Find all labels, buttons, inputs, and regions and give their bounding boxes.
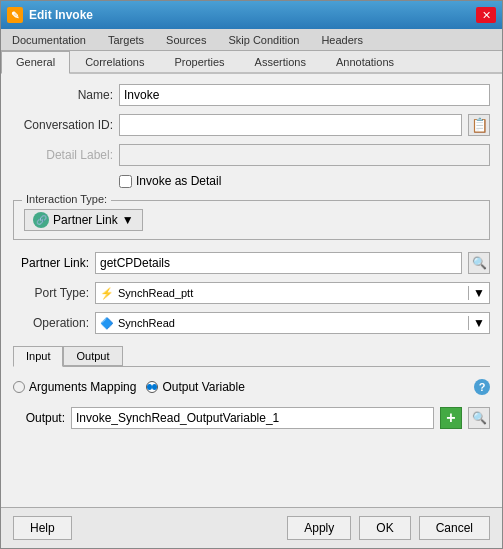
detail-label-label: Detail Label: <box>13 148 113 162</box>
ok-button[interactable]: OK <box>359 516 410 540</box>
help-button[interactable]: Help <box>13 516 72 540</box>
tab-annotations[interactable]: Annotations <box>321 51 409 72</box>
partner-link-label: Partner Link: <box>13 256 89 270</box>
port-type-value: SynchRead_ptt <box>118 287 464 299</box>
partner-link-dropdown-icon[interactable]: ▼ <box>122 213 134 227</box>
cancel-button[interactable]: Cancel <box>419 516 490 540</box>
radio-row: Arguments Mapping Output Variable ? <box>13 375 490 399</box>
port-type-arrow[interactable]: ▼ <box>468 286 485 300</box>
tab-assertions[interactable]: Assertions <box>240 51 321 72</box>
name-label: Name: <box>13 88 113 102</box>
tab-correlations[interactable]: Correlations <box>70 51 159 72</box>
conversation-browse-button[interactable]: 📋 <box>468 114 490 136</box>
invoke-as-detail-row: Invoke as Detail <box>13 174 490 188</box>
tab-headers[interactable]: Headers <box>310 29 374 50</box>
operation-field: 🔷 SynchRead ▼ <box>95 312 490 334</box>
title-icon: ✎ <box>7 7 23 23</box>
conversation-row: Conversation ID: 📋 <box>13 114 490 136</box>
input-output-tab-row: Input Output <box>13 346 490 367</box>
edit-invoke-window: ✎ Edit Invoke ✕ Documentation Targets So… <box>0 0 503 549</box>
operation-row: Operation: 🔷 SynchRead ▼ <box>13 312 490 334</box>
tab-targets[interactable]: Targets <box>97 29 155 50</box>
interaction-type-label: Interaction Type: <box>22 193 111 205</box>
tab-properties[interactable]: Properties <box>159 51 239 72</box>
radio-arguments-label: Arguments Mapping <box>29 380 136 394</box>
tab-skip-condition[interactable]: Skip Condition <box>217 29 310 50</box>
partner-link-search-button[interactable]: 🔍 <box>468 252 490 274</box>
tab-row-2: General Correlations Properties Assertio… <box>1 51 502 74</box>
operation-icon: 🔷 <box>100 317 114 330</box>
partner-link-btn-label: Partner Link <box>53 213 118 227</box>
tab-sources[interactable]: Sources <box>155 29 217 50</box>
partner-link-button[interactable]: 🔗 Partner Link ▼ <box>24 209 143 231</box>
port-type-row: Port Type: ⚡ SynchRead_ptt ▼ <box>13 282 490 304</box>
tab-row-1: Documentation Targets Sources Skip Condi… <box>1 29 502 51</box>
radio-output-variable[interactable]: Output Variable <box>146 380 245 394</box>
detail-label-input[interactable] <box>119 144 490 166</box>
conversation-label: Conversation ID: <box>13 118 113 132</box>
port-type-icon: ⚡ <box>100 287 114 300</box>
detail-label-row: Detail Label: <box>13 144 490 166</box>
port-type-field: ⚡ SynchRead_ptt ▼ <box>95 282 490 304</box>
output-row: Output: + 🔍 <box>13 407 490 429</box>
main-content: Name: Conversation ID: 📋 Detail Label: I… <box>1 74 502 507</box>
radio-arguments-mapping[interactable]: Arguments Mapping <box>13 380 136 394</box>
interaction-type-group: Interaction Type: 🔗 Partner Link ▼ <box>13 200 490 240</box>
add-output-button[interactable]: + <box>440 407 462 429</box>
partner-link-icon: 🔗 <box>33 212 49 228</box>
operation-label: Operation: <box>13 316 89 330</box>
radio-arguments-circle <box>13 381 25 393</box>
apply-button[interactable]: Apply <box>287 516 351 540</box>
output-label: Output: <box>13 411 65 425</box>
invoke-as-detail-label: Invoke as Detail <box>136 174 221 188</box>
conversation-input[interactable] <box>119 114 462 136</box>
name-input[interactable] <box>119 84 490 106</box>
port-type-label: Port Type: <box>13 286 89 300</box>
help-circle-icon[interactable]: ? <box>474 379 490 395</box>
tab-general[interactable]: General <box>1 51 70 74</box>
tab-input[interactable]: Input <box>13 346 63 367</box>
close-button[interactable]: ✕ <box>476 7 496 23</box>
tab-output[interactable]: Output <box>63 346 122 366</box>
output-input[interactable] <box>71 407 434 429</box>
radio-output-label: Output Variable <box>162 380 245 394</box>
titlebar: ✎ Edit Invoke ✕ <box>1 1 502 29</box>
partner-link-input[interactable] <box>95 252 462 274</box>
operation-value: SynchRead <box>118 317 464 329</box>
bottom-bar: Help Apply OK Cancel <box>1 507 502 548</box>
invoke-as-detail-checkbox[interactable] <box>119 175 132 188</box>
partner-link-row: Partner Link: 🔍 <box>13 252 490 274</box>
window-title: Edit Invoke <box>29 8 93 22</box>
operation-arrow[interactable]: ▼ <box>468 316 485 330</box>
radio-output-circle <box>146 381 158 393</box>
name-row: Name: <box>13 84 490 106</box>
output-search-button[interactable]: 🔍 <box>468 407 490 429</box>
tab-documentation[interactable]: Documentation <box>1 29 97 50</box>
